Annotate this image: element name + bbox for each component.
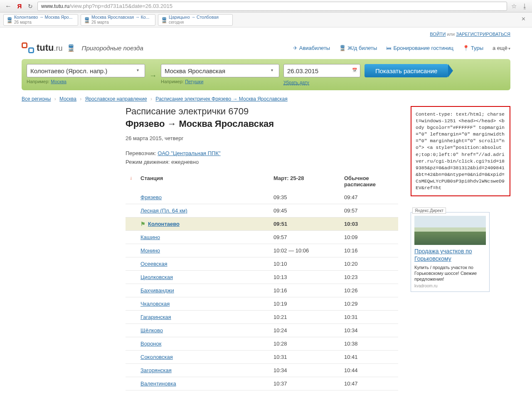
search-panel: Колонтаево (Яросл. напр.)▾ Например: Мос… [22, 59, 510, 90]
station-link[interactable]: Монино [140, 247, 160, 254]
train-icon: 🚆 [67, 44, 75, 52]
tabs-bar: 🚆Колонтаево → Москва Яро...26 марта🚆Моск… [0, 12, 532, 27]
table-row: Гагаринская10:2110:31 [126, 311, 398, 324]
breadcrumb-link[interactable]: Расписание электричек Фрязево → Москва Я… [155, 96, 288, 102]
pin-icon: 📍 [463, 45, 469, 51]
station-link[interactable]: Щёлково [140, 327, 163, 333]
breadcrumb-link[interactable]: Все регионы [22, 96, 51, 102]
carrier-link[interactable]: ОАО "Центральная ППК" [158, 150, 220, 156]
station-link[interactable]: Осеевская [140, 261, 167, 267]
station-link[interactable]: Лесная (Пл. 64 км) [140, 208, 187, 214]
site-header: tutu.ru 🚆 Пригородные поезда ✈Авиабилеты… [22, 39, 510, 59]
station-link[interactable]: Гагаринская [140, 314, 171, 320]
top-nav: ✈Авиабилеты 🚆Ж/д билеты 🛏Бронирование го… [293, 45, 510, 51]
table-row: Соколовская10:3110:41 [126, 351, 398, 364]
main-content: Расписание электрички 6709 Фрязево → Мос… [126, 106, 398, 390]
back-button[interactable]: ← [3, 1, 13, 11]
flag-icon: ⚑ [140, 221, 145, 227]
refresh-button[interactable]: ↻ [26, 2, 35, 11]
show-schedule-button[interactable]: Показать расписание [365, 64, 448, 77]
ad-image [414, 216, 486, 245]
station-link[interactable]: Чкаловская [140, 301, 170, 307]
close-icon[interactable]: ✕ [521, 16, 528, 22]
table-row: Валентиновка10:3710:47 [126, 377, 398, 390]
rail-icon: 🚆 [339, 45, 346, 51]
to-input[interactable]: Москва Ярославская▾ [161, 64, 279, 77]
erase-date-link[interactable]: Убрать дату [283, 80, 309, 85]
bed-icon: 🛏 [386, 45, 392, 51]
table-row: Бахчиванджи10:1610:26 [126, 284, 398, 297]
download-icon[interactable]: ⭳ [520, 2, 529, 10]
station-link[interactable]: Валентиновка [140, 380, 176, 387]
browser-tab[interactable]: 🚆Царицыно → Столбоваясегодня [158, 14, 233, 26]
table-row: Загорянская10:3410:44 [126, 364, 398, 377]
url-bar[interactable]: www.tutu.ru/view.php?np=dd731a15&date=26… [37, 2, 507, 11]
table-row: Монино10:02 — 10:0610:16 [126, 244, 398, 257]
table-row: Фрязево09:3509:47 [126, 191, 398, 204]
swap-icon[interactable]: → [149, 72, 157, 80]
nav-hotel[interactable]: 🛏Бронирование гостиниц [386, 45, 453, 51]
table-row: Лесная (Пл. 64 км)09:4509:57 [126, 204, 398, 217]
nav-more[interactable]: а ещё▾ [493, 45, 510, 51]
ad-text: Купить / продать участок по Горьковскому… [414, 264, 486, 282]
ad-title-link[interactable]: Продажа участков по Горьковскому [414, 247, 486, 262]
nav-tours[interactable]: 📍Туры [463, 45, 483, 51]
date-input[interactable]: 26.03.2015📅 [283, 64, 360, 77]
route-title: Фрязево → Москва Ярославская [126, 119, 398, 129]
sidebar: Content-type: text/html; charset=windows… [411, 106, 510, 292]
station-link[interactable]: Загорянская [140, 367, 172, 373]
register-link[interactable]: ЗАРЕГИСТРИРОВАТЬСЯ [456, 32, 510, 37]
col-period: Март: 25-28 [269, 172, 340, 191]
station-link[interactable]: Бахчиванджи [140, 287, 174, 294]
train-icon: 🚆 [161, 17, 167, 23]
bookmark-icon[interactable]: ☆ [510, 2, 518, 10]
col-usual: Обычное расписание [340, 172, 398, 191]
table-row: Щёлково10:2410:34 [126, 324, 398, 337]
station-link[interactable]: Кашино [140, 234, 160, 240]
breadcrumb-link[interactable]: Ярославское направление [85, 96, 147, 102]
chevron-down-icon[interactable]: ▾ [137, 68, 143, 74]
auth-links: ВОЙТИ или ЗАРЕГИСТРИРОВАТЬСЯ [22, 27, 510, 39]
station-link[interactable]: Соколовская [140, 354, 173, 360]
station-link[interactable]: Фрязево [140, 194, 162, 200]
yandex-icon[interactable]: Я [16, 2, 23, 10]
train-icon: 🚆 [6, 17, 12, 23]
breadcrumb-link[interactable]: Москва [59, 96, 76, 102]
calendar-icon[interactable]: 📅 [352, 68, 358, 74]
station-link[interactable]: Колонтаево [148, 221, 180, 227]
browser-tab[interactable]: 🚆Колонтаево → Москва Яро...26 марта [3, 14, 78, 26]
table-row: Чкаловская10:1910:29 [126, 297, 398, 311]
sort-arrow-icon[interactable]: ↓ [126, 172, 136, 191]
yandex-direct-label: Яндекс.Директ [412, 208, 446, 214]
chevron-down-icon[interactable]: ▾ [271, 68, 277, 74]
ad-block[interactable]: Продажа участков по Горьковскому Купить … [411, 212, 490, 292]
url-path: /view.php?np=dd731a15&date=26.03.2015 [69, 3, 172, 9]
station-link[interactable]: Воронок [140, 341, 161, 347]
browser-toolbar: ← Я ↻ www.tutu.ru/view.php?np=dd731a15&d… [0, 0, 532, 12]
debug-output: Content-type: text/html; charset=windows… [411, 106, 510, 196]
ad-url: kvadroom.ru [414, 284, 486, 288]
table-row: Осеевская10:1010:20 [126, 257, 398, 271]
logo-icon [22, 42, 34, 53]
hint-to-link[interactable]: Петушки [185, 79, 203, 84]
table-row: Кашино09:5710:09 [126, 231, 398, 244]
table-row: ⚑Колонтаево09:5110:03 [126, 217, 398, 231]
nav-avia[interactable]: ✈Авиабилеты [293, 45, 330, 51]
train-icon: 🚆 [84, 17, 89, 23]
page-title: Расписание электрички 6709 [126, 106, 398, 117]
station-link[interactable]: Циолковская [140, 274, 173, 280]
browser-tab[interactable]: 🚆Москва Ярославская → Ко...26 марта [81, 14, 155, 26]
from-input[interactable]: Колонтаево (Яросл. напр.)▾ [27, 64, 145, 77]
nav-train[interactable]: 🚆Ж/д билеты [339, 45, 377, 51]
hint-from-link[interactable]: Москва [51, 79, 66, 84]
breadcrumb: Все регионы › Москва › Ярославское напра… [22, 90, 510, 106]
plane-icon: ✈ [293, 45, 298, 51]
login-link[interactable]: ВОЙТИ [430, 32, 446, 37]
table-row: Воронок10:2810:38 [126, 337, 398, 351]
logo[interactable]: tutu.ru 🚆 [22, 42, 75, 53]
table-row: Циолковская10:1310:23 [126, 271, 398, 284]
date-line: 26 марта 2015, четверг [126, 135, 398, 141]
col-station: Станция [136, 172, 269, 191]
chevron-down-icon: ▾ [508, 46, 510, 51]
site-subtitle: Пригородные поезда [82, 44, 143, 52]
